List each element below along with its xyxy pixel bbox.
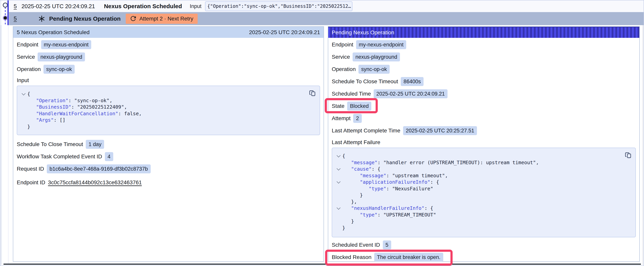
field-label: Scheduled Event ID [332, 242, 380, 248]
field-label: Schedule To Close Timeout [332, 78, 398, 85]
field-row-scheduled-event-id: Scheduled Event ID5 [332, 240, 636, 249]
event-detail-title: 5 Nexus Operation Scheduled [17, 29, 90, 36]
field-row-service: Servicenexus-playground [17, 53, 320, 61]
right-margin-strip [642, 25, 644, 265]
endpoint-id-link[interactable]: 3c0c75ccfa8144b092c13ce632463761 [48, 179, 142, 186]
retry-badge-label: Attempt 2 · Next Retry [139, 16, 193, 22]
code-line: "Args": [] [20, 117, 315, 123]
event-detail-body: Endpointmy-nexus-endpointServicenexus-pl… [13, 38, 324, 187]
attempt-value-badge: 2 [353, 114, 362, 123]
pending-operation-panel: Pending Nexus Operation Endpointmy-nexus… [328, 26, 640, 262]
field-label: Service [17, 54, 35, 60]
field-label: Endpoint [17, 42, 38, 48]
last-attempt-complete-time-value-badge: 2025-02-25 UTC 20:25:27.51 [403, 126, 477, 135]
code-line: { [20, 91, 315, 97]
code-line: { [335, 153, 631, 159]
event-time: 2025-02-25 UTC 20:24:09.21 [22, 3, 95, 10]
service-value-badge: nexus-playground [352, 53, 400, 61]
failure-section-label: Last Attempt Failure [332, 139, 636, 146]
collapse-chevron-icon[interactable] [336, 206, 340, 210]
pending-operation-header: Pending Nexus Operation [328, 27, 639, 38]
input-code-block: { "Operation": "sync-op-ok", "BusinessID… [17, 86, 320, 135]
failure-code-block: { "message": "handler error (UPSTREAM_TI… [332, 148, 636, 237]
collapse-chevron-icon[interactable] [336, 180, 340, 183]
field-row-endpoint: Endpointmy-nexus-endpoint [332, 40, 636, 49]
event-detail-panel: 5 Nexus Operation Scheduled 2025-02-25 U… [13, 26, 324, 262]
code-line: "type": "UPSTREAM_TIMEOUT" [335, 212, 631, 218]
event-input-preview-chip[interactable]: {"Operation":"sync-op-ok","BusinessID":"… [205, 1, 352, 11]
field-label: Scheduled Time [332, 91, 371, 97]
code-line: } [335, 225, 631, 231]
event-title: Nexus Operation Scheduled [104, 3, 182, 10]
field-row-endpoint-id: Endpoint ID3c0c75ccfa8144b092c13ce632463… [17, 178, 320, 187]
container-left-border [8, 25, 8, 264]
field-label: Last Attempt Complete Time [332, 128, 400, 134]
field-row-schedule-to-close-timeout: Schedule To Close Timeout1 day [17, 140, 320, 149]
event-detail-header: 5 Nexus Operation Scheduled 2025-02-25 U… [13, 27, 324, 38]
workflow-task-completed-event-id-value-badge: 4 [105, 152, 113, 161]
scheduled-event-id-value-badge: 5 [383, 240, 391, 249]
timeline-open-circle-icon [3, 3, 8, 7]
retry-icon [130, 16, 136, 22]
code-line: "Operation": "sync-op-ok", [20, 97, 315, 104]
field-row-last-attempt-complete-time: Last Attempt Complete Time2025-02-25 UTC… [332, 126, 636, 135]
field-row-state: StateBlocked [332, 102, 636, 111]
retry-status-badge: Attempt 2 · Next Retry [126, 14, 198, 24]
code-line: "type": "NexusFailure" [335, 185, 631, 192]
copy-icon[interactable] [625, 152, 632, 159]
field-row-operation: Operationsync-op-ok [332, 65, 636, 74]
request-id-value-badge: b1c6a4bc-8ee7-468a-9169-df3b02c8737b [47, 164, 150, 173]
code-line: } [335, 218, 631, 225]
field-row-schedule-to-close-timeout: Schedule To Close Timeout86400s [332, 77, 636, 86]
state-value-badge: Blocked [347, 102, 371, 111]
field-label: Service [332, 54, 350, 60]
selected-event-accent-bar [8, 1, 9, 25]
copy-icon[interactable] [309, 90, 316, 97]
field-label: Endpoint [332, 42, 354, 48]
history-bottom-divider [4, 264, 641, 265]
field-row-attempt: Attempt2 [332, 114, 636, 123]
blocked-reason-value-badge: The circuit breaker is open. [374, 253, 443, 262]
code-line: }, [335, 198, 631, 205]
field-label: Endpoint ID [17, 179, 45, 186]
field-row-request-id: Request IDb1c6a4bc-8ee7-468a-9169-df3b02… [17, 164, 320, 173]
event-detail-time: 2025-02-25 UTC 20:24:09.21 [249, 29, 320, 36]
endpoint-value-badge: my-nexus-endpoint [356, 40, 406, 49]
code-line: "cause": { [335, 166, 631, 172]
pending-event-id-link[interactable]: 5 [14, 16, 17, 22]
asterisk-icon [38, 15, 45, 22]
code-line: } [20, 123, 315, 130]
collapse-chevron-icon[interactable] [336, 153, 340, 157]
scheduled-time-value-badge: 2025-02-25 UTC 20:24:09.21 [374, 89, 448, 98]
code-line: "applicationFailureInfo": { [335, 179, 631, 185]
field-label: Workflow Task Completed Event ID [17, 153, 102, 160]
field-row-blocked-reason: Blocked ReasonThe circuit breaker is ope… [332, 253, 636, 262]
outer-left-border [2, 1, 2, 265]
collapse-chevron-icon[interactable] [336, 167, 340, 170]
pending-event-title: Pending Nexus Operation [49, 16, 121, 22]
code-line: "nexusHandlerFailureInfo": { [335, 205, 631, 212]
schedule-to-close-timeout-value-badge: 86400s [401, 77, 424, 86]
event-id-link[interactable]: 5 [14, 3, 17, 10]
operation-value-badge: sync-op-ok [44, 65, 75, 74]
field-label: State [332, 103, 344, 109]
field-label: Schedule To Close Timeout [17, 141, 83, 147]
field-row-endpoint: Endpointmy-nexus-endpoint [17, 40, 320, 49]
collapse-chevron-icon[interactable] [22, 92, 26, 95]
pending-operation-body: Endpointmy-nexus-endpointServicenexus-pl… [328, 38, 639, 262]
field-label: Operation [17, 66, 41, 72]
input-section-label: Input [17, 77, 320, 84]
field-row-operation: Operationsync-op-ok [17, 65, 320, 74]
code-line: "message": "upstream timeout", [335, 172, 631, 179]
code-line: "message": "handler error (UPSTREAM_TIME… [335, 159, 631, 166]
event-input-label: Input [190, 3, 202, 9]
field-label: Request ID [17, 166, 44, 172]
workflow-history-screen: 5 2025-02-25 UTC 20:24:09.21 Nexus Opera… [0, 0, 644, 266]
field-label: Blocked Reason [332, 254, 372, 260]
event-row-scheduled[interactable]: 5 2025-02-25 UTC 20:24:09.21 Nexus Opera… [9, 1, 644, 12]
event-row-pending[interactable]: 5 Pending Nexus Operation Attempt 2 · Ne… [9, 12, 644, 25]
field-row-workflow-task-completed-event-id: Workflow Task Completed Event ID4 [17, 152, 320, 161]
code-line: "BusinessID": "20250225122409", [20, 104, 315, 110]
endpoint-value-badge: my-nexus-endpoint [41, 40, 92, 49]
field-row-scheduled-time: Scheduled Time2025-02-25 UTC 20:24:09.21 [332, 89, 636, 98]
